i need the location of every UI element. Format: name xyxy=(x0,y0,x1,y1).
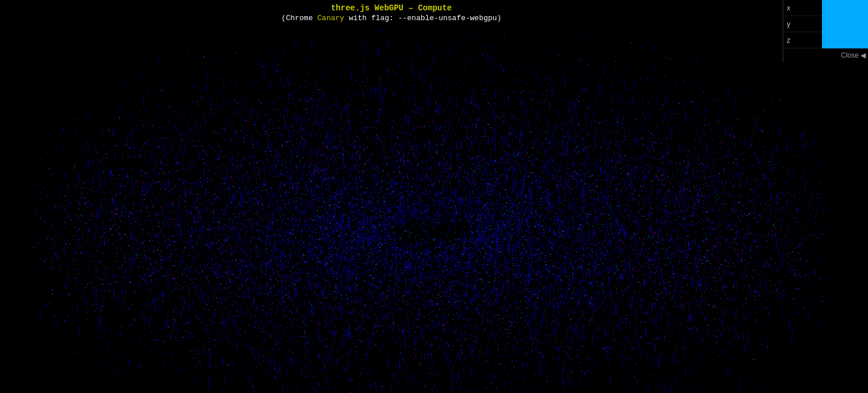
gui-row-x[interactable]: x xyxy=(783,0,868,16)
gui-label-y: y xyxy=(783,20,822,28)
gui-close-row[interactable]: Close ◀ xyxy=(783,48,868,62)
gui-row-z[interactable]: z xyxy=(783,32,868,48)
webgpu-canvas-area[interactable] xyxy=(0,0,868,393)
gui-panel: x y z Close ◀ xyxy=(783,0,868,62)
gui-label-z: z xyxy=(783,36,822,44)
particle-canvas xyxy=(0,0,868,393)
gui-swatch-x[interactable] xyxy=(822,0,868,16)
gui-swatch-y[interactable] xyxy=(822,16,868,32)
gui-swatch-z[interactable] xyxy=(822,32,868,48)
gui-row-y[interactable]: y xyxy=(783,16,868,32)
gui-close-button[interactable]: Close ◀ xyxy=(841,51,866,59)
gui-label-x: x xyxy=(783,4,822,12)
